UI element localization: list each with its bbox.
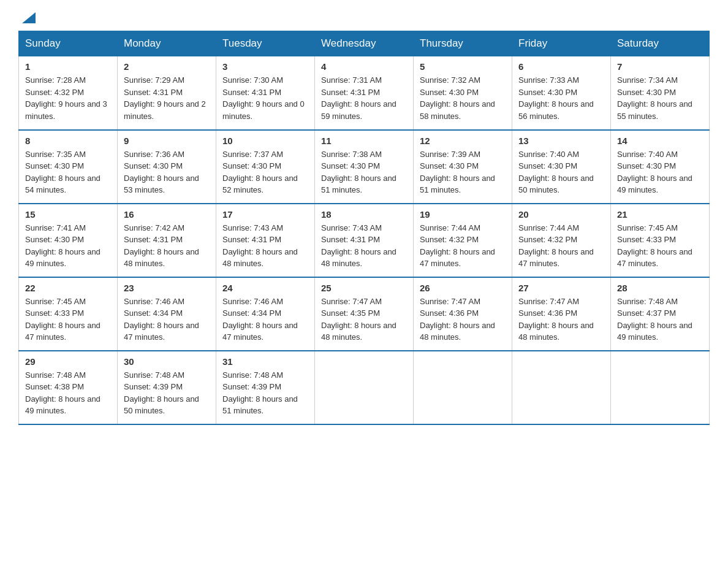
calendar-cell: 7Sunrise: 7:34 AMSunset: 4:30 PMDaylight… [611,56,710,130]
day-number: 21 [617,209,703,220]
day-info: Sunrise: 7:48 AMSunset: 4:39 PMDaylight:… [124,370,199,416]
day-number: 14 [617,136,703,146]
day-number: 23 [124,283,210,293]
day-number: 5 [420,61,506,72]
day-number: 20 [518,209,604,220]
day-number: 29 [25,356,111,367]
calendar-cell: 31Sunrise: 7:48 AMSunset: 4:39 PMDayligh… [216,351,315,424]
day-number: 26 [420,283,506,293]
day-info: Sunrise: 7:40 AMSunset: 4:30 PMDaylight:… [518,150,594,195]
calendar-cell [611,351,710,424]
calendar-body: 1Sunrise: 7:28 AMSunset: 4:32 PMDaylight… [19,56,710,424]
calendar-cell: 27Sunrise: 7:47 AMSunset: 4:36 PMDayligh… [512,277,611,351]
calendar-cell: 15Sunrise: 7:41 AMSunset: 4:30 PMDayligh… [19,204,118,277]
day-info: Sunrise: 7:48 AMSunset: 4:38 PMDaylight:… [25,370,100,416]
day-info: Sunrise: 7:48 AMSunset: 4:37 PMDaylight:… [617,297,692,342]
header-day-sunday: Sunday [19,31,118,56]
day-number: 12 [420,136,506,146]
day-info: Sunrise: 7:32 AMSunset: 4:30 PMDaylight:… [420,75,495,121]
day-number: 3 [222,61,308,72]
calendar-cell [512,351,611,424]
day-info: Sunrise: 7:47 AMSunset: 4:36 PMDaylight:… [420,297,495,342]
header-row: SundayMondayTuesdayWednesdayThursdayFrid… [19,31,710,56]
day-number: 22 [25,283,111,293]
day-info: Sunrise: 7:46 AMSunset: 4:34 PMDaylight:… [124,297,199,342]
calendar-cell: 5Sunrise: 7:32 AMSunset: 4:30 PMDaylight… [414,56,512,130]
day-info: Sunrise: 7:43 AMSunset: 4:31 PMDaylight:… [222,223,298,269]
calendar-cell [414,351,512,424]
header-day-saturday: Saturday [611,31,710,56]
day-info: Sunrise: 7:47 AMSunset: 4:35 PMDaylight:… [321,297,396,342]
calendar-cell: 6Sunrise: 7:33 AMSunset: 4:30 PMDaylight… [512,56,611,130]
header-day-thursday: Thursday [414,31,512,56]
calendar-cell: 11Sunrise: 7:38 AMSunset: 4:30 PMDayligh… [315,130,414,204]
day-number: 11 [321,136,407,146]
logo [18,12,36,18]
calendar-cell: 8Sunrise: 7:35 AMSunset: 4:30 PMDaylight… [19,130,118,204]
day-number: 24 [222,283,308,293]
logo-triangle-icon [22,12,36,23]
day-info: Sunrise: 7:34 AMSunset: 4:30 PMDaylight:… [617,75,692,121]
day-number: 15 [25,209,111,220]
day-info: Sunrise: 7:29 AMSunset: 4:31 PMDaylight:… [124,75,206,121]
day-number: 9 [124,136,210,146]
calendar-cell: 20Sunrise: 7:44 AMSunset: 4:32 PMDayligh… [512,204,611,277]
calendar-cell: 2Sunrise: 7:29 AMSunset: 4:31 PMDaylight… [118,56,216,130]
calendar-cell: 9Sunrise: 7:36 AMSunset: 4:30 PMDaylight… [118,130,216,204]
day-info: Sunrise: 7:48 AMSunset: 4:39 PMDaylight:… [222,370,298,416]
calendar-cell: 30Sunrise: 7:48 AMSunset: 4:39 PMDayligh… [118,351,216,424]
header-day-wednesday: Wednesday [315,31,414,56]
calendar-cell: 14Sunrise: 7:40 AMSunset: 4:30 PMDayligh… [611,130,710,204]
week-row-3: 15Sunrise: 7:41 AMSunset: 4:30 PMDayligh… [19,204,710,277]
day-info: Sunrise: 7:39 AMSunset: 4:30 PMDaylight:… [420,150,495,195]
calendar-cell: 16Sunrise: 7:42 AMSunset: 4:31 PMDayligh… [118,204,216,277]
day-info: Sunrise: 7:45 AMSunset: 4:33 PMDaylight:… [25,297,100,342]
calendar-cell: 26Sunrise: 7:47 AMSunset: 4:36 PMDayligh… [414,277,512,351]
calendar-cell: 17Sunrise: 7:43 AMSunset: 4:31 PMDayligh… [216,204,315,277]
day-number: 18 [321,209,407,220]
svg-marker-0 [22,12,36,23]
day-info: Sunrise: 7:38 AMSunset: 4:30 PMDaylight:… [321,150,396,195]
calendar-cell: 10Sunrise: 7:37 AMSunset: 4:30 PMDayligh… [216,130,315,204]
calendar-cell: 12Sunrise: 7:39 AMSunset: 4:30 PMDayligh… [414,130,512,204]
day-number: 13 [518,136,604,146]
day-number: 16 [124,209,210,220]
day-info: Sunrise: 7:41 AMSunset: 4:30 PMDaylight:… [25,223,100,269]
calendar-cell: 28Sunrise: 7:48 AMSunset: 4:37 PMDayligh… [611,277,710,351]
day-number: 28 [617,283,703,293]
day-number: 8 [25,136,111,146]
day-number: 31 [222,356,308,367]
day-info: Sunrise: 7:42 AMSunset: 4:31 PMDaylight:… [124,223,199,269]
calendar-cell: 22Sunrise: 7:45 AMSunset: 4:33 PMDayligh… [19,277,118,351]
day-info: Sunrise: 7:40 AMSunset: 4:30 PMDaylight:… [617,150,692,195]
day-info: Sunrise: 7:43 AMSunset: 4:31 PMDaylight:… [321,223,396,269]
day-number: 6 [518,61,604,72]
day-number: 10 [222,136,308,146]
day-info: Sunrise: 7:33 AMSunset: 4:30 PMDaylight:… [518,75,594,121]
day-info: Sunrise: 7:31 AMSunset: 4:31 PMDaylight:… [321,75,396,121]
calendar-cell: 25Sunrise: 7:47 AMSunset: 4:35 PMDayligh… [315,277,414,351]
day-info: Sunrise: 7:44 AMSunset: 4:32 PMDaylight:… [518,223,594,269]
day-info: Sunrise: 7:35 AMSunset: 4:30 PMDaylight:… [25,150,100,195]
calendar-cell: 13Sunrise: 7:40 AMSunset: 4:30 PMDayligh… [512,130,611,204]
day-number: 27 [518,283,604,293]
calendar-cell: 4Sunrise: 7:31 AMSunset: 4:31 PMDaylight… [315,56,414,130]
calendar-cell: 3Sunrise: 7:30 AMSunset: 4:31 PMDaylight… [216,56,315,130]
calendar-table: SundayMondayTuesdayWednesdayThursdayFrid… [18,31,710,425]
day-info: Sunrise: 7:44 AMSunset: 4:32 PMDaylight:… [420,223,495,269]
header-day-friday: Friday [512,31,611,56]
week-row-1: 1Sunrise: 7:28 AMSunset: 4:32 PMDaylight… [19,56,710,130]
page-header [18,12,710,18]
day-info: Sunrise: 7:28 AMSunset: 4:32 PMDaylight:… [25,75,107,121]
day-info: Sunrise: 7:47 AMSunset: 4:36 PMDaylight:… [518,297,594,342]
day-info: Sunrise: 7:37 AMSunset: 4:30 PMDaylight:… [222,150,298,195]
calendar-cell [315,351,414,424]
calendar-cell: 1Sunrise: 7:28 AMSunset: 4:32 PMDaylight… [19,56,118,130]
day-number: 1 [25,61,111,72]
day-number: 19 [420,209,506,220]
week-row-5: 29Sunrise: 7:48 AMSunset: 4:38 PMDayligh… [19,351,710,424]
day-info: Sunrise: 7:30 AMSunset: 4:31 PMDaylight:… [222,75,305,121]
day-number: 17 [222,209,308,220]
week-row-2: 8Sunrise: 7:35 AMSunset: 4:30 PMDaylight… [19,130,710,204]
calendar-cell: 23Sunrise: 7:46 AMSunset: 4:34 PMDayligh… [118,277,216,351]
